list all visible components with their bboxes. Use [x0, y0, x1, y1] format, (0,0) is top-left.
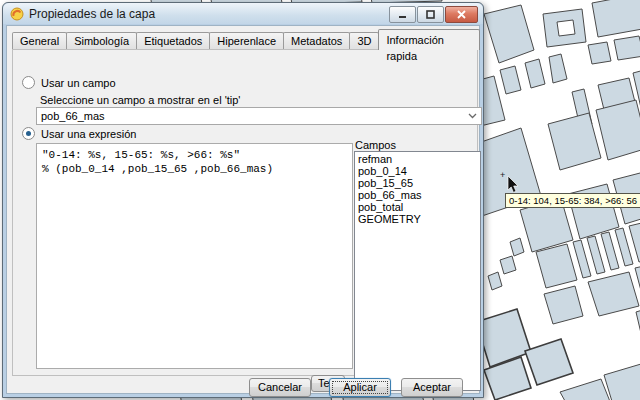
- map-tip-tooltip: 0-14: 104, 15-65: 384, >66: 56: [505, 193, 640, 208]
- maximize-icon: [426, 10, 435, 19]
- tab-3d[interactable]: 3D: [349, 32, 379, 50]
- use-field-radio[interactable]: [22, 76, 35, 89]
- window-title: Propiedades de la capa: [29, 7, 155, 21]
- field-combobox-value: pob_66_mas: [37, 110, 463, 122]
- list-item[interactable]: pob_15_65: [355, 177, 480, 189]
- use-field-label: Usar un campo: [41, 77, 116, 89]
- minimize-icon: [398, 10, 407, 19]
- expression-editor[interactable]: "0-14: %s, 15-65: %s, >66: %s" % (pob_0_…: [36, 143, 353, 369]
- list-item[interactable]: refman: [355, 153, 480, 165]
- fields-label: Campos: [355, 139, 396, 151]
- tab-bar: General Simbología Etiquetados Hiperenla…: [12, 32, 479, 50]
- chevron-down-icon: [463, 113, 481, 119]
- apply-button[interactable]: Aplicar: [329, 378, 391, 397]
- maptip-tab-page: Usar un campo Seleccione un campo a most…: [12, 49, 478, 376]
- app-qgis-icon: [10, 7, 24, 21]
- tab-general[interactable]: General: [12, 32, 67, 50]
- list-item[interactable]: pob_0_14: [355, 165, 480, 177]
- tab-metadatos[interactable]: Metadatos: [283, 32, 350, 50]
- layer-properties-dialog: Propiedades de la capa General Simbologí…: [2, 2, 484, 398]
- list-item[interactable]: GEOMETRY: [355, 213, 480, 225]
- close-icon: [457, 10, 466, 19]
- use-expression-radio[interactable]: [22, 127, 35, 140]
- fields-listbox[interactable]: refman pob_0_14 pob_15_65 pob_66_mas pob…: [354, 151, 481, 391]
- minimize-button[interactable]: [389, 6, 416, 23]
- maximize-button[interactable]: [417, 6, 444, 23]
- close-button[interactable]: [445, 6, 478, 23]
- accept-button[interactable]: Aceptar: [401, 378, 463, 397]
- tab-informacion-rapida[interactable]: Información rapida: [378, 29, 480, 50]
- use-field-radio-row[interactable]: Usar un campo: [22, 76, 116, 89]
- field-combobox[interactable]: pob_66_mas: [36, 107, 482, 125]
- list-item[interactable]: pob_66_mas: [355, 189, 480, 201]
- tab-etiquetados[interactable]: Etiquetados: [136, 32, 210, 50]
- use-expression-radio-row[interactable]: Usar una expresión: [22, 127, 136, 140]
- tab-hiperenlace[interactable]: Hiperenlace: [209, 32, 284, 50]
- window-controls: [389, 6, 478, 23]
- dialog-client-area: General Simbología Etiquetados Hiperenla…: [6, 25, 480, 394]
- title-bar[interactable]: Propiedades de la capa: [3, 3, 483, 24]
- list-item[interactable]: pob_total: [355, 201, 480, 213]
- use-expression-label: Usar una expresión: [41, 128, 136, 140]
- cancel-button[interactable]: Cancelar: [249, 378, 311, 397]
- screen: + 0-14: 104, 15-65: 384, >66: 56 Propied…: [0, 0, 640, 400]
- tab-simbologia[interactable]: Simbología: [66, 32, 137, 50]
- field-hint-label: Seleccione un campo a mostrar en el 'tip…: [40, 94, 240, 106]
- mouse-cursor-icon: [507, 176, 521, 196]
- map-point-marker: +: [500, 170, 505, 180]
